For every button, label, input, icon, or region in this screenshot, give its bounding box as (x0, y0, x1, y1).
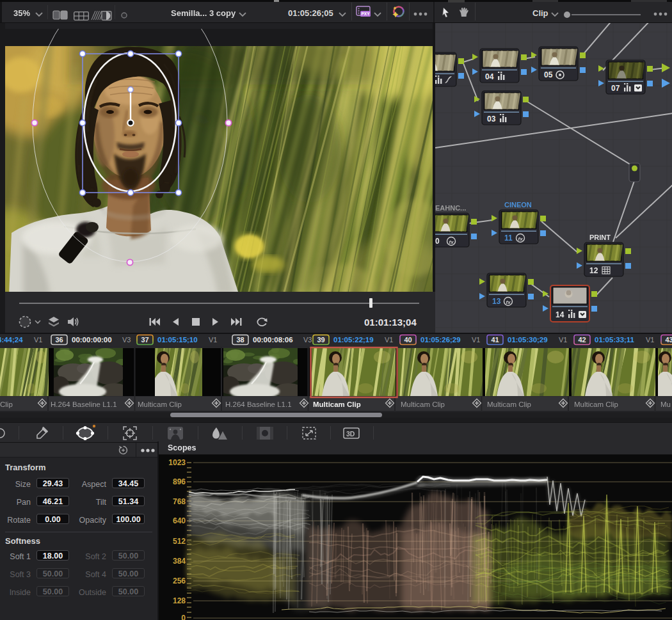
svg-text:43: 43 (665, 336, 672, 344)
svg-text:01:05:15;10: 01:05:15;10 (157, 336, 198, 344)
svg-text:V1: V1 (34, 336, 42, 344)
svg-text:896: 896 (173, 477, 186, 486)
svg-text:EAHNC...: EAHNC... (435, 204, 466, 212)
svg-text:42: 42 (578, 336, 586, 344)
svg-text:01:05:33;11: 01:05:33;11 (595, 336, 635, 344)
svg-text:41: 41 (491, 336, 499, 344)
svg-text:V3: V3 (303, 336, 312, 344)
svg-text:3D: 3D (346, 430, 355, 438)
svg-text:512: 512 (173, 537, 186, 546)
svg-text:36: 36 (55, 336, 63, 344)
svg-text:03: 03 (487, 115, 496, 123)
svg-text:fx: fx (506, 299, 511, 305)
svg-text:38: 38 (236, 336, 244, 344)
svg-text:4:44;24: 4:44;24 (0, 336, 23, 344)
svg-text:04: 04 (485, 72, 494, 81)
svg-text:V3: V3 (122, 336, 131, 344)
svg-text:Multicam Clip: Multicam Clip (574, 401, 618, 408)
svg-text:640: 640 (173, 516, 186, 525)
svg-text:00:00:08:06: 00:00:08:06 (253, 336, 293, 344)
svg-text:07: 07 (611, 84, 620, 93)
svg-text:05: 05 (544, 70, 553, 79)
svg-text:11: 11 (504, 234, 513, 242)
svg-text:Multicam Clip: Multicam Clip (401, 401, 445, 408)
svg-text:1023: 1023 (168, 458, 186, 467)
svg-text:PXY: PXY (362, 12, 371, 16)
svg-text:40: 40 (404, 336, 412, 344)
svg-text:Multicam Clip: Multicam Clip (138, 401, 182, 408)
svg-text:37: 37 (141, 336, 148, 344)
svg-text:Multicam Clip: Multicam Clip (487, 401, 531, 408)
svg-text:768: 768 (173, 497, 186, 506)
svg-text:01:05:30;29: 01:05:30;29 (508, 336, 548, 344)
svg-text:PRINT: PRINT (589, 234, 611, 241)
svg-text:V1: V1 (559, 336, 567, 344)
svg-text:256: 256 (173, 576, 186, 585)
svg-text:14: 14 (556, 310, 564, 319)
svg-text:fx: fx (518, 236, 524, 242)
svg-text:01:05:26;29: 01:05:26;29 (420, 336, 461, 344)
svg-text:V1: V1 (385, 336, 393, 344)
svg-text:01:05:22;19: 01:05:22;19 (333, 336, 374, 344)
svg-text:H.264 Baseline L1.1: H.264 Baseline L1.1 (51, 401, 117, 408)
svg-text:00:00:00:00: 00:00:00:00 (72, 336, 112, 344)
svg-text:V1: V1 (209, 336, 217, 344)
svg-text:13: 13 (492, 297, 501, 306)
svg-text:384: 384 (173, 557, 186, 566)
svg-text:12: 12 (589, 266, 598, 275)
svg-text:Multicam Clip: Multicam Clip (313, 401, 361, 408)
svg-text:H.264 Baseline L1.1: H.264 Baseline L1.1 (225, 401, 292, 408)
svg-text:128: 128 (173, 596, 186, 605)
svg-text:fx: fx (449, 239, 454, 245)
svg-text:V1: V1 (646, 336, 654, 344)
svg-text:CINEON: CINEON (504, 201, 532, 209)
svg-text:Clip: Clip (0, 401, 13, 408)
svg-text:0: 0 (181, 614, 186, 620)
svg-text:Mu: Mu (660, 401, 671, 408)
svg-text:39: 39 (317, 336, 324, 344)
svg-text:V1: V1 (472, 336, 480, 344)
svg-text:0: 0 (435, 237, 440, 246)
